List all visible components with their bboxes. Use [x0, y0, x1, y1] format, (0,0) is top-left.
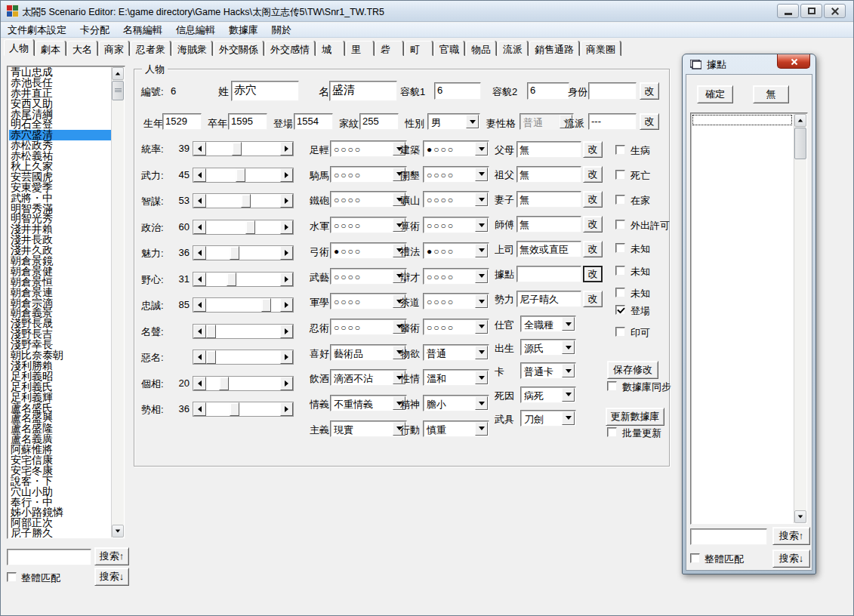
scroll-up-button[interactable] [112, 67, 124, 80]
tab[interactable]: 商業圈 [581, 41, 621, 56]
menu-item[interactable]: 名稱編輯 [116, 23, 169, 38]
inka-checkbox[interactable] [615, 327, 625, 337]
skill-select[interactable]: ○○○○ [423, 191, 489, 208]
slider-left-button[interactable] [193, 220, 206, 234]
skill-dropdown-arrow[interactable] [475, 192, 488, 206]
dialog-search-down-button[interactable]: 搜索↓ [772, 550, 810, 568]
combo-dropdown-arrow[interactable] [562, 388, 575, 402]
list-item[interactable]: 尼子勝久 [9, 528, 111, 537]
skill-select[interactable]: ○○○○ [423, 293, 489, 310]
slider-thumb[interactable] [219, 377, 229, 390]
tab[interactable]: 忍者衆 [131, 41, 171, 56]
skill-select[interactable]: ●○○○ [423, 242, 489, 259]
stat-slider[interactable] [193, 376, 294, 391]
base-list[interactable] [690, 112, 808, 525]
dead-checkbox[interactable] [615, 170, 625, 180]
maximize-button[interactable] [800, 4, 822, 18]
slider-right-button[interactable] [280, 273, 293, 286]
skill-dropdown-arrow[interactable] [475, 294, 488, 308]
skill-select[interactable]: 藝術品 [330, 344, 407, 361]
sidebar-search-up-button[interactable]: 搜索↑ [94, 547, 129, 565]
slider-thumb[interactable] [241, 194, 251, 208]
base-list-scrollbar[interactable] [794, 114, 806, 523]
skill-dropdown-arrow[interactable] [475, 422, 488, 436]
dialog-search-input[interactable] [690, 528, 767, 545]
tab[interactable]: 劇本 [35, 41, 66, 56]
skill-select[interactable]: ●○○○ [423, 140, 489, 157]
tab[interactable]: 大名 [67, 41, 97, 56]
at-home-checkbox[interactable] [615, 195, 625, 205]
skill-dropdown-arrow[interactable] [475, 168, 488, 181]
skill-select[interactable]: 膽小 [423, 395, 489, 411]
menu-item[interactable]: 信息編輯 [169, 23, 222, 38]
slider-right-button[interactable] [280, 142, 293, 156]
skill-select[interactable]: 滴酒不沾 [330, 369, 407, 386]
slider-thumb[interactable] [227, 273, 236, 286]
skill-select[interactable]: ●○○○ [330, 242, 407, 259]
skill-select[interactable]: ○○○○ [330, 319, 407, 335]
slider-left-button[interactable] [193, 168, 206, 182]
stat-slider[interactable] [193, 297, 294, 313]
menu-item[interactable]: 文件劇本設定 [1, 23, 73, 38]
slider-thumb[interactable] [230, 402, 239, 416]
tab[interactable]: 人物 [4, 39, 34, 56]
tab[interactable]: 町 [405, 41, 433, 56]
slider-left-button[interactable] [193, 142, 206, 156]
skill-select[interactable]: 現實 [330, 420, 407, 437]
tab[interactable]: 砦 [375, 41, 403, 56]
scroll-up-button[interactable] [794, 114, 806, 127]
skill-select[interactable]: ○○○○ [423, 319, 489, 335]
stat-slider[interactable] [193, 245, 294, 260]
titlebar[interactable]: 太閤5 Scenario Editor: E:\game directory\G… [1, 1, 853, 22]
skill-dropdown-arrow[interactable] [475, 270, 488, 283]
stat-slider[interactable] [193, 350, 294, 365]
menu-item[interactable]: 卡分配 [73, 23, 116, 38]
scroll-thumb[interactable] [112, 81, 124, 100]
combo-dropdown-arrow[interactable] [562, 340, 575, 354]
skill-dropdown-arrow[interactable] [475, 346, 488, 359]
slider-thumb[interactable] [245, 220, 255, 234]
db-sync-checkbox[interactable] [607, 381, 617, 391]
skill-select[interactable]: ○○○○ [330, 217, 407, 233]
stat-slider[interactable] [193, 402, 294, 417]
tab[interactable]: 里 [346, 41, 374, 56]
combo-dropdown-arrow[interactable] [562, 411, 575, 425]
dialog-search-up-button[interactable]: 搜索↑ [772, 527, 810, 545]
skill-select[interactable]: ○○○○ [330, 166, 407, 183]
unknown2-checkbox[interactable] [615, 266, 625, 276]
unknown3-checkbox[interactable] [615, 288, 625, 297]
tab[interactable]: 流派 [498, 41, 528, 56]
skill-dropdown-arrow[interactable] [475, 142, 488, 156]
slider-left-button[interactable] [193, 298, 206, 312]
skill-select[interactable]: ○○○○ [423, 166, 489, 183]
tab[interactable]: 商家 [99, 41, 129, 56]
slider-right-button[interactable] [280, 194, 293, 208]
skill-select[interactable]: 普通 [423, 344, 489, 361]
slider-left-button[interactable] [193, 194, 206, 208]
unknown1-checkbox[interactable] [615, 243, 625, 253]
skill-select[interactable]: 不重情義 [330, 395, 407, 411]
slider-left-button[interactable] [193, 402, 206, 416]
combo-select[interactable]: 普通卡 [520, 362, 576, 379]
dialog-match-checkbox[interactable] [690, 553, 700, 563]
combo-select[interactable]: 全職種 [520, 316, 576, 332]
list-focus-item[interactable] [692, 115, 792, 125]
menu-item[interactable]: 數據庫 [222, 23, 265, 38]
tab[interactable]: 城 [316, 41, 344, 56]
skill-select[interactable]: ○○○○ [330, 140, 407, 157]
skill-select[interactable]: ○○○○ [423, 217, 489, 233]
character-list-scrollbar[interactable] [111, 67, 124, 537]
slider-thumb[interactable] [232, 142, 242, 156]
batch-update-checkbox[interactable] [607, 427, 617, 437]
character-list[interactable]: 青山忠成赤池長任赤井直正安西又助赤尾清綱明石全登赤穴盛清赤松政秀赤松義祐秋上久家… [7, 66, 125, 539]
slider-right-button[interactable] [280, 402, 293, 416]
update-db-button[interactable]: 更新數據庫 [606, 408, 664, 426]
slider-thumb[interactable] [206, 325, 216, 338]
base-dialog[interactable]: 據點 確定 無 搜索↑ 整體匹配 搜索↓ [682, 54, 816, 574]
slider-left-button[interactable] [193, 273, 206, 286]
skill-select[interactable]: ○○○○ [330, 191, 407, 208]
stat-slider[interactable] [193, 272, 294, 287]
stat-slider[interactable] [193, 220, 294, 235]
save-button[interactable]: 保存修改 [607, 361, 658, 379]
combo-select[interactable]: 源氏 [520, 339, 576, 356]
